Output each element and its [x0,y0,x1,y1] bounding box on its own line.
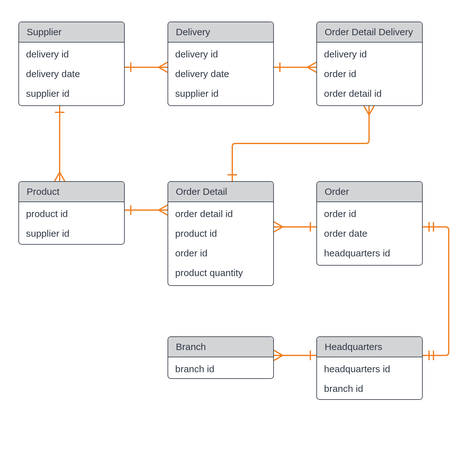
entity-title: Branch [168,337,273,357]
entity-title: Order Detail Delivery [317,22,422,43]
entity-attr: headquarters id [317,243,422,263]
svg-line-29 [274,350,283,355]
entity-attr: delivery id [19,44,124,64]
entity-title: Delivery [168,22,273,43]
svg-line-2 [159,62,168,67]
entity-title: Order Detail [168,182,273,202]
entity-attr: supplier id [19,84,124,103]
entity-order-detail-delivery[interactable]: Order Detail Delivery delivery id order … [316,22,423,106]
entity-title: Order [317,182,422,202]
entity-delivery[interactable]: Delivery delivery id delivery date suppl… [168,22,274,106]
entity-order-detail[interactable]: Order Detail order detail id product id … [168,181,274,286]
entity-attrs: delivery id delivery date supplier id [168,43,273,105]
entity-attr: product quantity [168,263,273,283]
entity-attr: supplier id [168,84,273,103]
entity-attrs: headquarters id branch id [317,357,422,400]
entity-title: Product [19,182,124,202]
entity-order[interactable]: Order order id order date headquarters i… [316,181,423,266]
svg-line-7 [307,67,316,72]
entity-attrs: product id supplier id [19,202,124,245]
svg-line-3 [159,67,168,72]
entity-supplier[interactable]: Supplier delivery id delivery date suppl… [18,22,125,106]
entity-attr: delivery id [168,44,273,64]
svg-line-18 [369,106,374,115]
entity-attr: order date [317,224,422,243]
entity-attr: product id [168,224,273,243]
entity-attr: delivery date [168,64,273,84]
er-diagram-canvas: Supplier delivery id delivery date suppl… [0,0,476,476]
entity-attrs: order detail id product id order id prod… [168,202,273,285]
svg-line-15 [159,210,168,215]
entity-attr: product id [19,204,124,224]
entity-attr: order id [168,243,273,263]
svg-line-10 [55,172,60,181]
entity-product[interactable]: Product product id supplier id [18,181,125,245]
entity-headquarters[interactable]: Headquarters headquarters id branch id [316,336,423,400]
entity-attr: supplier id [19,224,124,243]
svg-line-6 [307,62,316,67]
entity-attrs: delivery id delivery date supplier id [19,43,124,105]
entity-attrs: branch id [168,357,273,379]
entity-attr: order detail id [168,204,273,224]
svg-line-22 [274,227,283,232]
entity-attr: branch id [317,379,422,399]
entity-attr: order id [317,64,422,84]
entity-attr: delivery date [19,64,124,84]
svg-line-14 [159,205,168,210]
entity-attr: order id [317,204,422,224]
entity-title: Supplier [19,22,124,43]
svg-line-30 [274,355,283,360]
svg-line-21 [274,222,283,227]
entity-branch[interactable]: Branch branch id [168,336,274,379]
entity-attr: branch id [168,359,273,379]
entity-attr: headquarters id [317,359,422,379]
svg-line-17 [364,106,369,115]
entity-title: Headquarters [317,337,422,357]
entity-attr: delivery id [317,44,422,64]
entity-attr: order detail id [317,84,422,103]
entity-attrs: order id order date headquarters id [317,202,422,265]
svg-line-11 [60,172,65,181]
entity-attrs: delivery id order id order detail id [317,43,422,105]
